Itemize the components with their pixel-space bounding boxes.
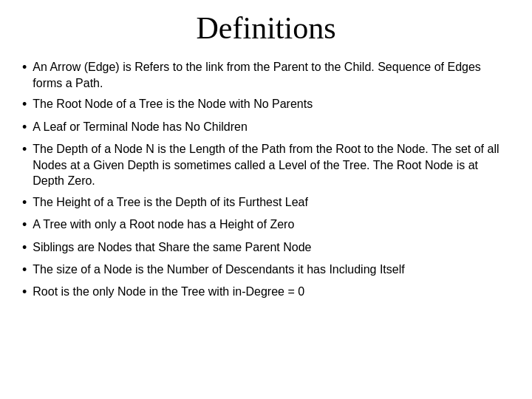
bullet-icon: • — [22, 141, 27, 158]
bullet-icon: • — [22, 216, 27, 233]
item-text: The Depth of a Node N is the Length of t… — [33, 141, 510, 189]
list-item: •The size of a Node is the Number of Des… — [22, 262, 510, 279]
item-text: Siblings are Nodes that Share the same P… — [33, 239, 510, 256]
item-text: A Leaf or Terminal Node has No Children — [33, 119, 510, 135]
page-title: Definitions — [22, 10, 510, 46]
list-item: •Siblings are Nodes that Share the same … — [22, 239, 510, 256]
list-item: •A Leaf or Terminal Node has No Children — [22, 119, 510, 136]
list-item: •An Arrow (Edge) is Refers to the link f… — [22, 59, 510, 91]
list-item: •Root is the only Node in the Tree with … — [22, 284, 510, 301]
item-text: The size of a Node is the Number of Desc… — [33, 262, 510, 278]
item-text: Root is the only Node in the Tree with i… — [33, 284, 510, 300]
item-text: A Tree with only a Root node has a Heigh… — [33, 216, 510, 233]
list-item: •A Tree with only a Root node has a Heig… — [22, 216, 510, 233]
bullet-icon: • — [22, 239, 27, 256]
item-text: An Arrow (Edge) is Refers to the link fr… — [33, 59, 510, 91]
list-item: •The Height of a Tree is the Depth of it… — [22, 194, 510, 211]
bullet-icon: • — [22, 59, 27, 76]
bullet-icon: • — [22, 96, 27, 113]
bullet-icon: • — [22, 119, 27, 136]
list-item: •The Depth of a Node N is the Length of … — [22, 141, 510, 189]
bullet-icon: • — [22, 194, 27, 211]
bullet-icon: • — [22, 262, 27, 279]
list-item: •The Root Node of a Tree is the Node wit… — [22, 96, 510, 113]
item-text: The Root Node of a Tree is the Node with… — [33, 96, 510, 112]
page-container: Definitions •An Arrow (Edge) is Refers t… — [0, 0, 532, 399]
bullet-icon: • — [22, 284, 27, 301]
item-text: The Height of a Tree is the Depth of its… — [33, 194, 510, 211]
definitions-list: •An Arrow (Edge) is Refers to the link f… — [22, 59, 510, 307]
